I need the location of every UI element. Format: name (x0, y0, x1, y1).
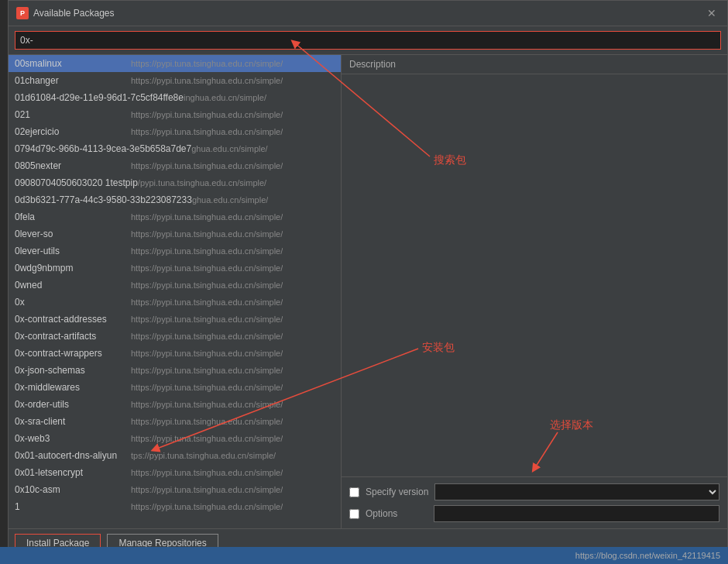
list-item[interactable]: 0x-contract-artifacts https://pypi.tuna.… (9, 328, 341, 345)
package-name: 02ejercicio (15, 126, 131, 137)
package-url: ghua.edu.cn/simple/ (192, 195, 268, 205)
list-item[interactable]: 0794d79c-966b-4113-9cea-3e5b658a7de7 ghu… (9, 140, 341, 157)
package-name: 021 (15, 109, 131, 120)
list-item[interactable]: 00smalinux https://pypi.tuna.tsinghua.ed… (9, 55, 341, 72)
list-item[interactable]: 01changer https://pypi.tuna.tsinghua.edu… (9, 72, 341, 89)
package-url: https://pypi.tuna.tsinghua.edu.cn/simple… (131, 280, 283, 290)
package-name: 0x01-autocert-dns-aliyun (15, 450, 131, 461)
search-input[interactable] (15, 31, 721, 50)
package-url: https://pypi.tuna.tsinghua.edu.cn/simple… (131, 76, 283, 85)
list-item[interactable]: 0805nexter https://pypi.tuna.tsinghua.ed… (9, 157, 341, 174)
list-item[interactable]: 0fela https://pypi.tuna.tsinghua.edu.cn/… (9, 208, 341, 225)
description-panel: Description Specify version Options (342, 55, 727, 528)
version-select[interactable] (434, 483, 719, 500)
package-name: 0x01-letsencrypt (15, 467, 131, 478)
search-bar (9, 26, 727, 55)
status-url: https://blog.csdn.net/weixin_42119415 (575, 551, 720, 560)
package-url: https://pypi.tuna.tsinghua.edu.cn/simple… (131, 59, 283, 68)
package-name: 0fela (15, 212, 131, 222)
specify-version-label: Specify version (366, 487, 428, 497)
package-url: https://pypi.tuna.tsinghua.edu.cn/simple… (131, 349, 283, 358)
specify-version-checkbox[interactable] (349, 487, 359, 497)
package-name: 0x-contract-artifacts (15, 331, 131, 342)
list-item[interactable]: 0x-contract-wrappers https://pypi.tuna.t… (9, 345, 341, 362)
options-input[interactable] (434, 505, 719, 522)
package-url: https://pypi.tuna.tsinghua.edu.cn/simple… (131, 127, 283, 136)
list-item[interactable]: 0x-order-utils https://pypi.tuna.tsinghu… (9, 396, 341, 413)
package-url: https://pypi.tuna.tsinghua.edu.cn/simple… (131, 417, 283, 426)
package-url: https://pypi.tuna.tsinghua.edu.cn/simple… (131, 468, 283, 477)
title-bar-left: P Available Packages (16, 7, 115, 19)
package-url: ghua.edu.cn/simple/ (191, 144, 267, 153)
package-name: 0x-json-schemas (15, 365, 131, 376)
package-url: inghua.edu.cn/simple/ (184, 93, 266, 102)
package-name: 01d61084-d29e-11e9-96d1-7c5cf84ffe8e (15, 92, 184, 103)
package-name: 0x-contract-addresses (15, 314, 131, 325)
package-name: 0x-contract-wrappers (15, 348, 131, 359)
list-item[interactable]: 0x-middlewares https://pypi.tuna.tsinghu… (9, 379, 341, 396)
options-area: Specify version Options (342, 476, 727, 528)
package-url: tps://pypi.tuna.tsinghua.edu.cn/simple/ (131, 451, 276, 460)
package-name: 0wdg9nbmpm (15, 263, 131, 273)
description-header: Description (342, 55, 727, 74)
available-packages-dialog: P Available Packages ✕ 00smalinux https:… (8, 0, 728, 558)
list-item[interactable]: 0x-sra-client https://pypi.tuna.tsinghua… (9, 413, 341, 430)
package-url: https://pypi.tuna.tsinghua.edu.cn/simple… (131, 366, 283, 375)
options-label: Options (366, 508, 428, 519)
list-item[interactable]: 0x01-letsencrypt https://pypi.tuna.tsing… (9, 464, 341, 481)
description-content (342, 74, 727, 476)
package-url: https://pypi.tuna.tsinghua.edu.cn/simple… (131, 246, 283, 256)
package-url: https://pypi.tuna.tsinghua.edu.cn/simple… (131, 502, 283, 511)
package-url: https://pypi.tuna.tsinghua.edu.cn/simple… (131, 229, 283, 239)
title-bar: P Available Packages ✕ (9, 1, 727, 26)
package-url: https://pypi.tuna.tsinghua.edu.cn/simple… (131, 263, 283, 273)
app-icon: P (16, 7, 29, 19)
package-url: https://pypi.tuna.tsinghua.edu.cn/simple… (131, 315, 283, 324)
package-name: 0x10c-asm (15, 484, 131, 495)
package-url: https://pypi.tuna.tsinghua.edu.cn/simple… (131, 110, 283, 119)
package-url: /pypi.tuna.tsinghua.edu.cn/simple/ (138, 178, 266, 187)
list-item[interactable]: 0x01-autocert-dns-aliyun tps://pypi.tuna… (9, 447, 341, 464)
package-url: https://pypi.tuna.tsinghua.edu.cn/simple… (131, 400, 283, 409)
options-row: Options (349, 505, 719, 522)
package-name: 0x-middlewares (15, 382, 131, 393)
list-item[interactable]: 0x-contract-addresses https://pypi.tuna.… (9, 311, 341, 328)
package-name: 0wned (15, 280, 131, 291)
list-item[interactable]: 0lever-so https://pypi.tuna.tsinghua.edu… (9, 225, 341, 242)
list-item[interactable]: 1 https://pypi.tuna.tsinghua.edu.cn/simp… (9, 498, 341, 515)
options-checkbox[interactable] (349, 509, 359, 519)
package-name: 1 (15, 501, 131, 512)
package-url: https://pypi.tuna.tsinghua.edu.cn/simple… (131, 297, 283, 307)
list-item[interactable]: 02ejercicio https://pypi.tuna.tsinghua.e… (9, 123, 341, 140)
list-item[interactable]: 0x10c-asm https://pypi.tuna.tsinghua.edu… (9, 481, 341, 498)
list-item[interactable]: 0d3b6321-777a-44c3-9580-33b223087233 ghu… (9, 191, 341, 208)
list-item[interactable]: 0wdg9nbmpm https://pypi.tuna.tsinghua.ed… (9, 260, 341, 277)
package-name: 01changer (15, 75, 131, 86)
content-area: 00smalinux https://pypi.tuna.tsinghua.ed… (9, 55, 727, 528)
package-name: 0x (15, 297, 131, 308)
package-name: 00smalinux (15, 58, 131, 69)
package-list: 00smalinux https://pypi.tuna.tsinghua.ed… (9, 55, 341, 528)
list-item[interactable]: 09080704050603020 1testpip /pypi.tuna.ts… (9, 174, 341, 191)
package-url: https://pypi.tuna.tsinghua.edu.cn/simple… (131, 161, 283, 170)
package-url: https://pypi.tuna.tsinghua.edu.cn/simple… (131, 332, 283, 341)
list-item[interactable]: 021 https://pypi.tuna.tsinghua.edu.cn/si… (9, 106, 341, 123)
package-name: 0lever-utils (15, 246, 131, 256)
list-item[interactable]: 0x-web3 https://pypi.tuna.tsinghua.edu.c… (9, 430, 341, 447)
package-url: https://pypi.tuna.tsinghua.edu.cn/simple… (131, 383, 283, 392)
package-name: 0x-web3 (15, 433, 131, 444)
package-url: https://pypi.tuna.tsinghua.edu.cn/simple… (131, 212, 283, 222)
package-list-panel: 00smalinux https://pypi.tuna.tsinghua.ed… (9, 55, 342, 528)
list-item[interactable]: 0lever-utils https://pypi.tuna.tsinghua.… (9, 242, 341, 260)
list-item[interactable]: 0x https://pypi.tuna.tsinghua.edu.cn/sim… (9, 294, 341, 311)
package-name: 0lever-so (15, 229, 131, 239)
package-name: 0805nexter (15, 160, 131, 171)
close-button[interactable]: ✕ (704, 5, 719, 21)
specify-version-row: Specify version (349, 483, 719, 500)
dialog-title: Available Packages (33, 8, 115, 19)
package-name: 0794d79c-966b-4113-9cea-3e5b658a7de7 (15, 143, 191, 154)
list-item[interactable]: 0wned https://pypi.tuna.tsinghua.edu.cn/… (9, 277, 341, 294)
list-item[interactable]: 01d61084-d29e-11e9-96d1-7c5cf84ffe8e ing… (9, 89, 341, 106)
list-item[interactable]: 0x-json-schemas https://pypi.tuna.tsingh… (9, 362, 341, 379)
package-name: 0x-order-utils (15, 399, 131, 410)
